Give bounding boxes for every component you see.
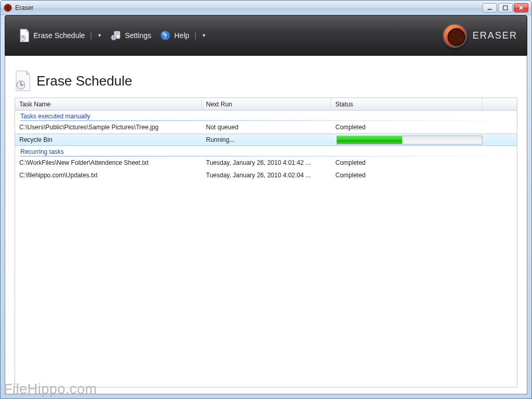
help-icon: ? xyxy=(160,30,171,41)
brand-area: ERASER xyxy=(442,23,517,48)
page-title: Erase Schedule xyxy=(37,73,132,89)
toolbar-label: Help xyxy=(174,31,189,40)
content-panel: Erase Schedule Task Name Next Run Status… xyxy=(5,56,527,394)
page-schedule-icon xyxy=(15,70,31,91)
column-header-nextrun[interactable]: Next Run xyxy=(202,98,331,110)
hazard-logo-icon xyxy=(442,23,467,48)
svg-point-1 xyxy=(7,7,9,9)
client-area: Erase Schedule | ▼ xyxy=(5,15,527,394)
cell-next-run: Tuesday, January 26, 2010 4:02:04 ... xyxy=(202,169,331,182)
svg-text:?: ? xyxy=(164,32,167,40)
svg-point-10 xyxy=(113,37,115,39)
cell-task-name: Recycle Bin xyxy=(15,134,202,146)
svg-rect-7 xyxy=(115,33,119,34)
cell-task-name: C:\Users\Public\Pictures\Sample Pictures… xyxy=(15,121,202,134)
cell-status: Completed xyxy=(331,156,482,169)
task-row[interactable]: Recycle Bin Running... xyxy=(15,134,517,146)
dropdown-arrow-icon[interactable]: ▼ xyxy=(97,33,102,38)
dropdown-arrow-icon[interactable]: ▼ xyxy=(201,33,206,38)
progress-bar xyxy=(336,136,482,144)
cell-status xyxy=(331,134,482,146)
svg-point-18 xyxy=(454,34,459,40)
close-button[interactable] xyxy=(514,3,528,13)
cell-next-run: Running... xyxy=(202,134,331,146)
grid-header: Task Name Next Run Status xyxy=(15,98,517,111)
brand-text: ERASER xyxy=(473,30,517,41)
group-manual[interactable]: Tasks executed manually xyxy=(15,111,517,121)
task-row[interactable]: C:\Users\Public\Pictures\Sample Pictures… xyxy=(15,121,517,134)
task-row[interactable]: C:\WorkFiles\New Folder\Attendence Sheet… xyxy=(15,156,517,169)
maximize-button[interactable] xyxy=(498,3,513,13)
settings-button[interactable]: Settings xyxy=(106,28,155,43)
app-window: Eraser xyxy=(0,0,532,399)
main-toolbar: Erase Schedule | ▼ xyxy=(5,15,527,56)
svg-rect-8 xyxy=(115,34,119,35)
window-controls xyxy=(482,3,528,13)
svg-rect-3 xyxy=(503,6,507,10)
cell-next-run: Not queued xyxy=(202,121,331,134)
cell-status: Completed xyxy=(331,121,482,134)
erase-schedule-button[interactable]: Erase Schedule | ▼ xyxy=(15,28,106,43)
gear-icon xyxy=(110,30,122,41)
cell-task-name: C:\WorkFiles\New Folder\Attendence Sheet… xyxy=(15,156,202,169)
svg-rect-2 xyxy=(488,9,492,10)
app-icon xyxy=(4,4,12,12)
progress-bar-fill xyxy=(337,136,402,144)
group-recurring[interactable]: Recurring tasks xyxy=(15,146,517,156)
window-title: Eraser xyxy=(15,4,482,11)
minimize-button[interactable] xyxy=(482,3,497,13)
page-header: Erase Schedule xyxy=(15,70,517,91)
cell-task-name: C:\filehippo.com\Updates.txt xyxy=(15,169,202,182)
task-row[interactable]: C:\filehippo.com\Updates.txt Tuesday, Ja… xyxy=(15,169,517,182)
cell-next-run: Tuesday, January 26, 2010 4:01:42 ... xyxy=(202,156,331,169)
cell-status: Completed xyxy=(331,169,482,182)
help-button[interactable]: ? Help | ▼ xyxy=(155,28,210,43)
column-header-task[interactable]: Task Name xyxy=(15,98,202,110)
task-grid[interactable]: Task Name Next Run Status Tasks executed… xyxy=(15,98,517,388)
column-header-status[interactable]: Status xyxy=(331,98,482,110)
toolbar-label: Settings xyxy=(125,31,151,40)
svg-rect-6 xyxy=(115,32,119,33)
titlebar[interactable]: Eraser xyxy=(1,1,531,15)
toolbar-label: Erase Schedule xyxy=(33,31,85,40)
schedule-icon xyxy=(19,30,30,41)
